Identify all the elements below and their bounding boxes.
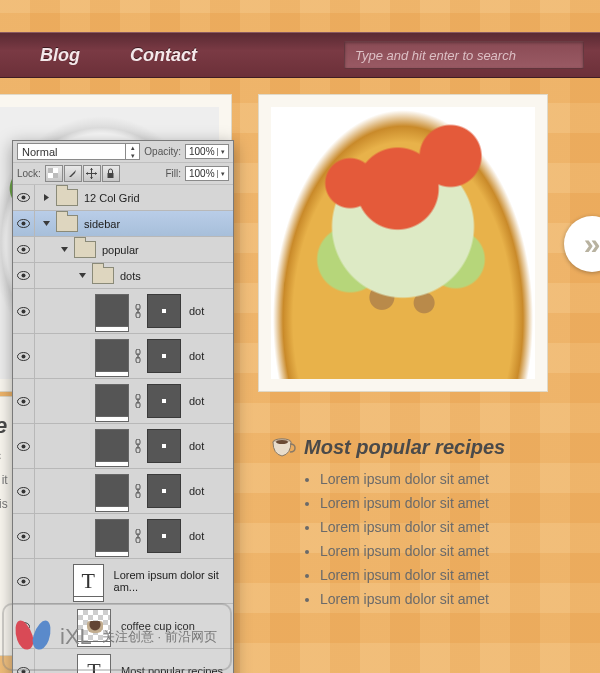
layers-panel: Normal ▴▾ Opacity: 100% ▾ Lock: Fill: 10…	[12, 140, 234, 673]
folder-icon	[74, 241, 96, 258]
list-item[interactable]: Lorem ipsum dolor sit amet	[320, 587, 570, 611]
blend-mode-combo[interactable]: Normal ▴▾	[17, 143, 140, 160]
link-icon[interactable]	[133, 431, 143, 461]
layer-name: dot	[189, 305, 204, 317]
layer-row[interactable]: dot	[13, 424, 233, 469]
text-layer-icon[interactable]: T	[73, 564, 104, 598]
link-icon[interactable]	[133, 341, 143, 371]
layer-name: dot	[189, 530, 204, 542]
layer-row[interactable]: 12 Col Grid	[13, 185, 233, 211]
link-icon[interactable]	[133, 521, 143, 551]
nav-link-contact[interactable]: Contact	[130, 45, 197, 66]
visibility-toggle[interactable]	[13, 469, 35, 513]
link-icon[interactable]	[133, 296, 143, 326]
opacity-label: Opacity:	[144, 146, 181, 157]
watermark-text-big: iXL	[60, 624, 92, 650]
layer-row[interactable]: popular	[13, 237, 233, 263]
svg-point-31	[22, 444, 26, 448]
layer-mask-thumb[interactable]	[147, 519, 181, 553]
stepper-icon[interactable]: ▴▾	[125, 144, 139, 159]
disclosure-open-icon[interactable]	[41, 218, 52, 229]
fill-field[interactable]: 100% ▾	[185, 166, 229, 181]
layer-mask-thumb[interactable]	[147, 384, 181, 418]
dropdown-icon[interactable]: ▾	[217, 170, 228, 178]
list-item[interactable]: Lorem ipsum dolor sit amet	[320, 539, 570, 563]
layer-thumb[interactable]	[95, 429, 129, 463]
popular-recipes-block: Most popular recipes Lorem ipsum dolor s…	[270, 436, 570, 611]
layer-row[interactable]: dot	[13, 289, 233, 334]
folder-icon	[56, 189, 78, 206]
opacity-value: 100%	[186, 146, 217, 157]
disclosure-open-icon[interactable]	[77, 270, 88, 281]
nav-link-blog[interactable]: Blog	[40, 45, 80, 66]
layer-body: dot	[35, 514, 233, 558]
svg-point-26	[22, 399, 26, 403]
popular-recipes-title: Most popular recipes	[270, 436, 570, 459]
layer-row[interactable]: dot	[13, 514, 233, 559]
lock-label: Lock:	[17, 168, 41, 179]
visibility-toggle[interactable]	[13, 263, 35, 288]
layer-mask-thumb[interactable]	[147, 474, 181, 508]
disclosure-open-icon[interactable]	[59, 244, 70, 255]
taco-photo	[271, 107, 535, 379]
layer-thumb[interactable]	[95, 384, 129, 418]
list-item[interactable]: Lorem ipsum dolor sit amet	[320, 491, 570, 515]
visibility-toggle[interactable]	[13, 379, 35, 423]
lock-position-button[interactable]	[83, 165, 101, 182]
popular-recipes-list: Lorem ipsum dolor sit amet Lorem ipsum d…	[270, 467, 570, 611]
dropdown-icon[interactable]: ▾	[217, 148, 228, 156]
link-icon[interactable]	[133, 476, 143, 506]
lock-transparency-button[interactable]	[45, 165, 63, 182]
layer-row[interactable]: dot	[13, 379, 233, 424]
lock-pixels-button[interactable]	[64, 165, 82, 182]
link-icon[interactable]	[133, 386, 143, 416]
watermark-logo-icon	[12, 616, 54, 658]
layer-thumb[interactable]	[95, 519, 129, 553]
layer-name: dot	[189, 485, 204, 497]
coffee-cup-icon	[270, 434, 296, 460]
search-input[interactable]	[344, 41, 584, 69]
layer-row[interactable]: dot	[13, 469, 233, 514]
svg-point-46	[22, 579, 26, 583]
layer-thumb[interactable]	[95, 339, 129, 373]
next-arrow-button[interactable]: »	[564, 216, 600, 272]
layer-name: sidebar	[84, 218, 120, 230]
opacity-field[interactable]: 100% ▾	[185, 144, 229, 159]
blend-mode-value: Normal	[22, 146, 57, 158]
layer-mask-thumb[interactable]	[147, 294, 181, 328]
layer-mask-thumb[interactable]	[147, 429, 181, 463]
visibility-toggle[interactable]	[13, 237, 35, 262]
layer-name: dot	[189, 350, 204, 362]
layer-body: sidebar	[35, 211, 233, 236]
disclosure-closed-icon[interactable]	[41, 192, 52, 203]
svg-point-1	[276, 440, 288, 444]
layer-row[interactable]: dot	[13, 334, 233, 379]
layer-row[interactable]: TLorem ipsum dolor sit am...	[13, 559, 233, 604]
visibility-toggle[interactable]	[13, 211, 35, 236]
layer-thumb[interactable]	[95, 474, 129, 508]
layer-thumb[interactable]	[95, 294, 129, 328]
svg-rect-4	[53, 168, 58, 173]
layer-name: dot	[189, 440, 204, 452]
visibility-toggle[interactable]	[13, 514, 35, 558]
list-item[interactable]: Lorem ipsum dolor sit amet	[320, 563, 570, 587]
layer-name: dots	[120, 270, 141, 282]
layer-body: dots	[35, 263, 233, 288]
layer-mask-thumb[interactable]	[147, 339, 181, 373]
layer-body: 12 Col Grid	[35, 185, 233, 210]
layer-row[interactable]: sidebar	[13, 211, 233, 237]
svg-point-36	[22, 489, 26, 493]
visibility-toggle[interactable]	[13, 424, 35, 468]
visibility-toggle[interactable]	[13, 559, 35, 603]
svg-rect-3	[53, 173, 58, 178]
visibility-toggle[interactable]	[13, 334, 35, 378]
chevron-double-right-icon: »	[584, 227, 600, 261]
list-item[interactable]: Lorem ipsum dolor sit amet	[320, 515, 570, 539]
visibility-toggle[interactable]	[13, 185, 35, 210]
list-item[interactable]: Lorem ipsum dolor sit amet	[320, 467, 570, 491]
lock-all-button[interactable]	[102, 165, 120, 182]
folder-icon	[92, 267, 114, 284]
visibility-toggle[interactable]	[13, 289, 35, 333]
layer-row[interactable]: dots	[13, 263, 233, 289]
svg-point-16	[22, 309, 26, 313]
